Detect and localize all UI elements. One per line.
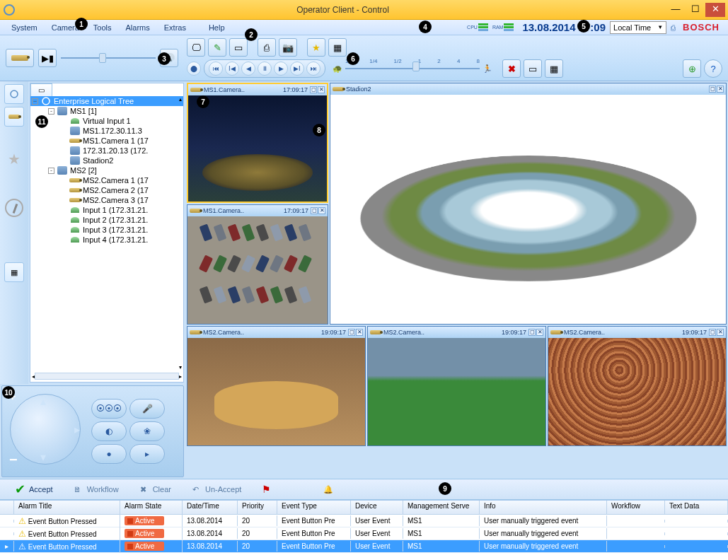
collapse-icon[interactable]: − bbox=[32, 98, 38, 105]
col-title[interactable]: Alarm Title bbox=[14, 501, 120, 514]
col-state[interactable]: Alarm State bbox=[120, 501, 183, 514]
zoom-in-button[interactable]: + bbox=[9, 390, 16, 403]
pause-button[interactable]: ⏸ bbox=[258, 62, 272, 76]
tool-display-button[interactable]: ▭ bbox=[229, 38, 248, 57]
col-info[interactable]: Info bbox=[480, 501, 607, 514]
ptz-focus-near-button[interactable]: ❀ bbox=[129, 421, 165, 441]
tab-tree-icon[interactable] bbox=[4, 84, 24, 104]
tile-close-button[interactable]: ✕ bbox=[318, 207, 325, 214]
ptz-joypad[interactable]: + − ▴ ▾ ◂ ▸ bbox=[6, 390, 84, 468]
camera-mode-button[interactable] bbox=[6, 49, 34, 67]
menu-camera[interactable]: Camera bbox=[45, 22, 86, 33]
alarm-row[interactable]: ⚠ Event Button PressedActive13.08.201420… bbox=[0, 515, 728, 527]
step-fwd-button[interactable]: ▶Ⅰ bbox=[290, 62, 304, 76]
alarm-bell-button[interactable]: 🔔 bbox=[314, 480, 342, 498]
ptz-down-icon[interactable]: ▾ bbox=[40, 450, 46, 464]
ptz-focus-far-button[interactable]: ▸ bbox=[129, 444, 165, 464]
clear-button[interactable]: ✖Clear bbox=[129, 480, 179, 498]
tree-item[interactable]: -MS1 [1] bbox=[30, 106, 183, 116]
col-text-data[interactable]: Text Data bbox=[665, 501, 728, 514]
tree-tab[interactable]: ▭ bbox=[30, 83, 52, 96]
ptz-up-icon[interactable]: ▴ bbox=[40, 395, 46, 408]
tree-item[interactable]: MS1.172.30.11.3 bbox=[30, 126, 183, 136]
tile-maximize-button[interactable]: ◻ bbox=[528, 329, 536, 336]
play-back-button[interactable]: ◀ bbox=[241, 62, 255, 76]
tree-item[interactable]: Input 3 (172.31.21. bbox=[30, 225, 183, 235]
col-priority[interactable]: Priority bbox=[238, 501, 277, 514]
layout-button-2[interactable]: ▦ bbox=[545, 59, 563, 78]
col-management-server[interactable]: Management Serve bbox=[403, 501, 480, 514]
col-event-type[interactable]: Event Type bbox=[277, 501, 351, 514]
tile-maximize-button[interactable]: ◻ bbox=[709, 86, 716, 93]
step-back-button[interactable]: Ⅰ◀ bbox=[225, 62, 239, 76]
tree-item[interactable]: 172.31.20.13 (172. bbox=[30, 146, 183, 156]
menu-system[interactable]: System bbox=[4, 22, 45, 33]
video-tile[interactable]: MS1.Camera..17:09:17◻✕▦↺⬤◁🔊 bbox=[187, 204, 328, 325]
tree-item[interactable]: MS1.Camera 1 (17 bbox=[30, 136, 183, 146]
tool-snapshot-button[interactable]: 📷 bbox=[279, 38, 297, 57]
tree-item[interactable]: Virtual Input 1 bbox=[30, 116, 183, 126]
video-tile[interactable]: MS2.Camera..19:09:17◻✕▦↺⬤◁🔊 bbox=[548, 326, 727, 446]
alarm-flag-button[interactable]: ⚑ bbox=[252, 480, 280, 498]
minimize-button[interactable]: — bbox=[666, 3, 686, 17]
ptz-iris-close-button[interactable]: ● bbox=[91, 444, 127, 464]
ptz-mic-button[interactable]: 🎤 bbox=[129, 399, 165, 419]
tool-edit-button[interactable]: ✎ bbox=[208, 38, 226, 57]
tile-maximize-button[interactable]: ◻ bbox=[348, 329, 355, 336]
tree-item[interactable]: Stadion2 bbox=[30, 156, 183, 165]
video-tile[interactable]: MS1.Camera..17:09:17◻✕▦↺⬤◁🔊 bbox=[187, 83, 328, 203]
tile-maximize-button[interactable]: ◻ bbox=[310, 86, 317, 93]
help-button[interactable]: ? bbox=[704, 59, 722, 78]
favorites-tab-icon[interactable]: ★ bbox=[8, 151, 21, 168]
close-button[interactable]: ✕ bbox=[705, 3, 725, 17]
timezone-select[interactable]: Local Time ▼ bbox=[610, 21, 666, 34]
tab-cameras-icon[interactable] bbox=[4, 107, 24, 127]
tool-print-button[interactable]: ⎙ bbox=[258, 38, 276, 57]
tool-favorite-button[interactable]: ★ bbox=[307, 38, 325, 57]
maximize-button[interactable]: ☐ bbox=[686, 3, 705, 17]
tile-maximize-button[interactable]: ◻ bbox=[311, 207, 318, 214]
ptz-left-icon[interactable]: ◂ bbox=[15, 423, 21, 436]
expand-icon[interactable]: - bbox=[48, 168, 54, 174]
playback-mode-button[interactable]: ▶▮ bbox=[38, 49, 57, 67]
menu-help[interactable]: Help bbox=[202, 22, 232, 33]
grid-tab-icon[interactable]: ▦ bbox=[4, 262, 24, 282]
tile-close-button[interactable]: ✕ bbox=[717, 86, 724, 93]
speed-slider[interactable]: 1/81/41/21248 bbox=[345, 65, 480, 72]
col-workflow[interactable]: Workflow bbox=[607, 501, 665, 514]
forward-button[interactable]: ⏭ bbox=[306, 62, 320, 76]
layout-button-1[interactable]: ▭ bbox=[524, 59, 542, 78]
tile-close-button[interactable]: ✕ bbox=[536, 329, 543, 336]
tile-close-button[interactable]: ✕ bbox=[356, 329, 363, 336]
print-icon[interactable]: ⎙ bbox=[671, 23, 676, 32]
alarm-row[interactable]: ▸⚠ Event Button PressedActive13.08.20142… bbox=[0, 540, 728, 553]
tree-root[interactable]: − Enterprise Logical Tree bbox=[30, 96, 183, 106]
play-button[interactable]: ▶ bbox=[274, 62, 288, 76]
tile-close-button[interactable]: ✕ bbox=[717, 329, 724, 336]
menu-tools[interactable]: Tools bbox=[86, 22, 119, 33]
tile-close-button[interactable]: ✕ bbox=[318, 86, 325, 93]
tree-item[interactable]: Input 4 (172.31.21. bbox=[30, 235, 183, 245]
scroll-up-icon[interactable]: ▴ bbox=[179, 96, 182, 103]
ptz-iris-open-button[interactable]: ◐ bbox=[91, 421, 127, 441]
tree-item[interactable]: MS2.Camera 3 (17 bbox=[30, 195, 183, 205]
delete-view-button[interactable]: ✖ bbox=[502, 59, 521, 78]
compass-tab-icon[interactable] bbox=[5, 199, 23, 217]
zoom-out-button[interactable]: − bbox=[9, 452, 18, 468]
speaker-button[interactable]: 🔊 bbox=[160, 49, 178, 67]
menu-alarms[interactable]: Alarms bbox=[119, 22, 157, 33]
video-tile[interactable]: MS2.Camera..19:09:17◻✕▦↺⬤◁🔊 bbox=[187, 326, 366, 446]
col-device[interactable]: Device bbox=[351, 501, 403, 514]
unaccept-button[interactable]: ↶Un-Accept bbox=[182, 480, 249, 498]
tree-item[interactable]: Input 1 (172.31.21. bbox=[30, 205, 183, 215]
ptz-right-icon[interactable]: ▸ bbox=[74, 423, 80, 436]
record-button[interactable]: ⬤ bbox=[187, 62, 201, 76]
add-pane-button[interactable]: ⊕ bbox=[683, 59, 701, 78]
scroll-down-icon[interactable]: ▾ bbox=[179, 364, 182, 371]
alarm-row[interactable]: ⚠ Event Button PressedActive13.08.201420… bbox=[0, 527, 728, 540]
video-tile[interactable]: Stadion2◻✕▦↺⬤◁🔊 bbox=[330, 83, 727, 325]
tree-item[interactable]: MS2.Camera 1 (17 bbox=[30, 175, 183, 185]
tree-body[interactable]: − Enterprise Logical Tree -MS1 [1]Virtua… bbox=[30, 96, 183, 337]
tree-item[interactable]: Input 2 (172.31.21. bbox=[30, 215, 183, 225]
expand-icon[interactable]: - bbox=[48, 108, 54, 115]
